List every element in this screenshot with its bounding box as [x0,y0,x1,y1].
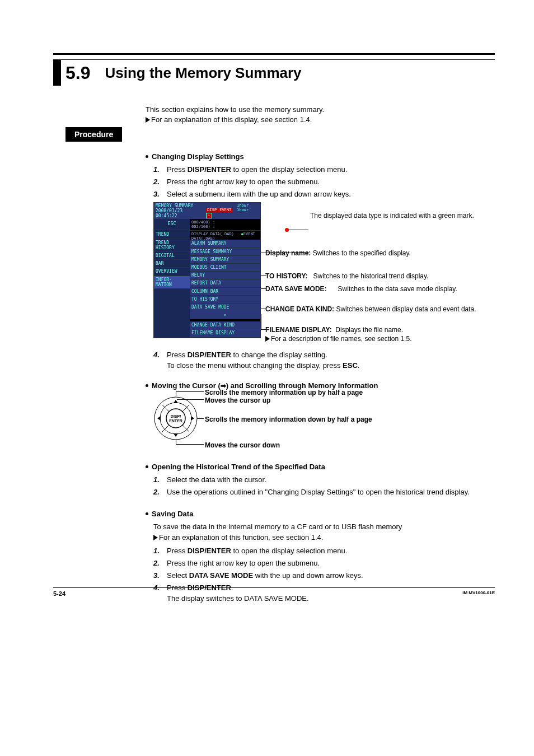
svg-marker-10 [191,416,194,421]
callout-green: The displayed data type is indicated wit… [310,211,474,220]
record-icon: ◦ [206,213,212,218]
submenu-modbus[interactable]: MODBUS CLIENT [190,264,260,272]
h3-step-1: 1.Select the data with the cursor. [153,475,495,486]
callout-change-kind: CHANGE DATA KIND: Switches between displ… [265,305,478,314]
callout-filename: FILENAME DISPLAY: Displays the file name… [265,325,489,343]
svg-line-4 [182,405,189,412]
save-intro: To save the data in the internal memory … [153,522,495,543]
h4-step-3: 3.Select DATA SAVE MODE with the up and … [153,571,495,581]
svg-marker-7 [174,400,178,403]
screenshot-header: MEMORY SUMMARY 2008/01/23 00:45:22 DISPE… [154,203,260,220]
menu-bar[interactable]: BAR [154,260,190,268]
submenu-alarm[interactable]: ALARM SUMMARY [190,240,260,248]
svg-marker-8 [174,433,178,437]
callout-to-history: TO HISTORY: Switches to the historical t… [265,272,428,281]
play-icon [146,117,150,123]
arrow-wheel-figure: DISP/ ENTER Scrolls the memory informati… [153,394,495,449]
procedure-tab: Procedure [65,127,122,142]
svg-text:ENTER: ENTER [169,419,182,423]
menu-digital[interactable]: DIGITAL [154,252,190,260]
disp-enter-wheel: DISP/ ENTER [153,396,198,441]
play-icon [265,336,270,342]
bullet-icon [146,155,148,158]
heading-open-historical: Opening the Historical Trend of the Spec… [146,462,495,473]
submenu-relay[interactable]: RELAY [190,272,260,279]
doc-id: IM MV1000-01E [462,590,495,597]
red-marker [285,228,289,232]
callout-data-save: DATA SAVE MODE: Switches to the data sav… [265,284,467,293]
title-bar [53,60,61,86]
bullet-icon [146,384,148,387]
svg-text:DISP/: DISP/ [171,414,181,418]
label-down: Moves the cursor down [205,441,280,450]
svg-line-6 [182,425,189,432]
heading-changing-display: Changing Display Settings [146,152,495,162]
menu-figure: MEMORY SUMMARY 2008/01/23 00:45:22 DISPE… [153,202,495,346]
intro-block: This section explains how to use the mem… [146,105,495,125]
svg-point-0 [154,397,197,440]
bullet-icon [146,512,148,515]
page-footer: 5-24 IM MV1000-01E [53,587,495,597]
step-2: 2.Press the right arrow key to open the … [153,177,495,188]
bullet-icon [146,465,148,468]
section-number: 5.9 [65,63,90,83]
submenu-column[interactable]: COLUMN BAR [190,288,260,296]
submenu-filename[interactable]: FILENAME DISPLAY [190,329,260,337]
submenu-message[interactable]: MESSAGE SUMMARY [190,248,260,256]
section-title: Using the Memory Summary [105,64,301,82]
menu-overview[interactable]: OVERVIEW [154,268,190,276]
play-icon [153,535,158,540]
h3-step-2: 2.Use the operations outlined in "Changi… [153,487,495,498]
submenu-data-save[interactable]: DATA SAVE MODE [190,304,260,311]
section-title-row: 5.9 Using the Memory Summary [53,59,495,86]
submenu-report[interactable]: REPORT DATA [190,279,260,287]
submenu-to-history[interactable]: TO HISTORY [190,296,260,304]
device-screenshot: MEMORY SUMMARY 2008/01/23 00:45:22 DISPE… [153,202,261,338]
h4-step-1: 1.Press DISP/ENTER to open the display s… [153,546,495,557]
esc-button[interactable]: ESC [154,219,190,229]
heading-saving-data: Saving Data [146,509,495,520]
svg-point-2 [166,409,185,428]
top-rule [53,53,495,55]
step-4: 4.Press DISP/ENTER to change the display… [153,350,495,371]
intro-xref: For an explanation of this display, see … [146,115,495,125]
label-up: Moves the cursor up [205,396,270,405]
callout-display-name: Display name: Switches to the specified … [265,249,411,258]
menu-trend-history[interactable]: TREND HISTORY [154,239,190,252]
submenu-change-kind[interactable]: CHANGE DATA KIND [190,321,260,329]
menu-trend[interactable]: TREND [154,231,190,239]
step-1: 1.Press DISP/ENTER to open the display s… [153,165,495,175]
svg-line-5 [162,425,169,432]
submenu-memory[interactable]: MEMORY SUMMARY [190,256,260,264]
label-down-half: Scrolls the memory information down by h… [205,415,372,424]
svg-marker-9 [157,416,161,421]
svg-line-3 [162,405,169,412]
intro-line: This section explains how to use the mem… [146,105,495,115]
submenu-down[interactable]: ▾ [190,311,260,319]
page-number: 5-24 [53,590,65,597]
h4-step-2: 2.Press the right arrow key to open the … [153,558,495,569]
menu-information[interactable]: INFOR- MATION [154,276,190,289]
step-3: 3.Select a submenu item with the up and … [153,189,495,200]
